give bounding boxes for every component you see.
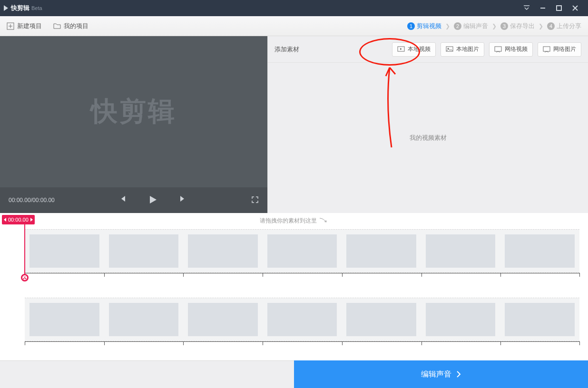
- close-button[interactable]: [567, 0, 583, 16]
- beta-label: Beta: [31, 5, 42, 11]
- chevron-right-icon: ❯: [445, 23, 450, 29]
- minimize-button[interactable]: [535, 0, 551, 16]
- step-1-edit-video[interactable]: 1剪辑视频: [407, 22, 441, 30]
- clip-placeholder: [109, 234, 179, 268]
- asset-title: 添加素材: [274, 45, 299, 54]
- workflow-steps: 1剪辑视频 ❯ 2编辑声音 ❯ 3保存导出 ❯ 4上传分享: [407, 22, 581, 30]
- clip-placeholder: [426, 303, 496, 336]
- preview-canvas: 快剪辑: [0, 36, 267, 187]
- my-projects-label: 我的项目: [64, 22, 88, 30]
- timeline-area: 00:00.00 请拖拽你的素材到这里: [0, 215, 588, 349]
- chevron-right-icon: ❯: [539, 23, 543, 29]
- video-track[interactable]: [25, 229, 579, 273]
- next-button[interactable]: [179, 195, 187, 206]
- dropdown-icon[interactable]: [519, 0, 535, 16]
- svg-rect-5: [495, 47, 501, 51]
- track-ruler-2[interactable]: [25, 341, 579, 349]
- previous-button[interactable]: [118, 195, 126, 206]
- app-logo-icon: [4, 5, 8, 11]
- local-video-button[interactable]: 本地视频: [392, 42, 436, 57]
- video-preview: 快剪辑 00:00.00/00:00.00: [0, 36, 267, 213]
- asset-body-placeholder[interactable]: 我的视频素材: [268, 63, 588, 213]
- chevron-right-icon: ❯: [492, 23, 497, 29]
- preview-watermark: 快剪辑: [91, 94, 176, 130]
- step-3-save-export[interactable]: 3保存导出: [500, 22, 535, 30]
- preview-controls: 00:00.00/00:00.00: [0, 187, 267, 213]
- clip-placeholder: [346, 234, 416, 268]
- playhead-time-badge[interactable]: 00:00.00: [2, 215, 35, 224]
- drag-arrow-icon: [319, 217, 328, 224]
- new-project-button[interactable]: 新建项目: [7, 22, 42, 30]
- app-root: 快剪辑 Beta 新建项目 我的项目 1剪辑视频 ❯: [0, 0, 588, 388]
- fullscreen-button[interactable]: [251, 196, 259, 205]
- maximize-button[interactable]: [551, 0, 567, 16]
- clip-placeholder: [346, 303, 416, 336]
- playhead-line[interactable]: [24, 224, 25, 278]
- toolbar: 新建项目 我的项目 1剪辑视频 ❯ 2编辑声音 ❯ 3保存导出 ❯ 4上传分享: [0, 16, 588, 36]
- clip-placeholder: [188, 303, 258, 336]
- new-project-label: 新建项目: [17, 22, 42, 30]
- playhead-scissors-knob[interactable]: [21, 274, 29, 281]
- clip-placeholder: [109, 303, 179, 336]
- audio-track[interactable]: [25, 298, 579, 341]
- app-name: 快剪辑: [11, 4, 29, 12]
- clip-placeholder: [505, 234, 575, 268]
- timeline-hint: 请拖拽你的素材到这里: [260, 217, 317, 225]
- title-bar: 快剪辑 Beta: [0, 0, 588, 16]
- asset-header: 添加素材 本地视频 本地图片 网络视频 网络图片: [268, 36, 588, 63]
- asset-panel: 添加素材 本地视频 本地图片 网络视频 网络图片: [267, 36, 588, 213]
- clip-placeholder: [29, 234, 99, 268]
- web-image-button[interactable]: 网络图片: [538, 42, 581, 57]
- clip-placeholder: [267, 303, 337, 336]
- svg-rect-6: [543, 47, 550, 51]
- clip-placeholder: [29, 303, 99, 336]
- step-2-edit-audio[interactable]: 2编辑声音: [454, 22, 488, 30]
- local-image-button[interactable]: 本地图片: [441, 42, 484, 57]
- bottom-bar-left: [0, 360, 294, 388]
- track-ruler[interactable]: [25, 273, 579, 281]
- my-projects-button[interactable]: 我的项目: [53, 22, 88, 30]
- step-4-upload-share[interactable]: 4上传分享: [547, 22, 581, 30]
- svg-rect-0: [557, 6, 561, 10]
- clip-placeholder: [267, 234, 337, 268]
- clip-placeholder: [426, 234, 496, 268]
- timeline-hint-row: 00:00.00 请拖拽你的素材到这里: [0, 215, 588, 226]
- main-row: 快剪辑 00:00.00/00:00.00: [0, 36, 588, 213]
- clip-placeholder: [505, 303, 575, 336]
- preview-time: 00:00.00/00:00.00: [9, 197, 55, 204]
- web-video-button[interactable]: 网络视频: [489, 42, 533, 57]
- clip-placeholder: [188, 234, 258, 268]
- edit-audio-next-button[interactable]: 编辑声音: [294, 360, 588, 388]
- play-button[interactable]: [148, 195, 157, 206]
- bottom-bar: 编辑声音: [0, 360, 588, 388]
